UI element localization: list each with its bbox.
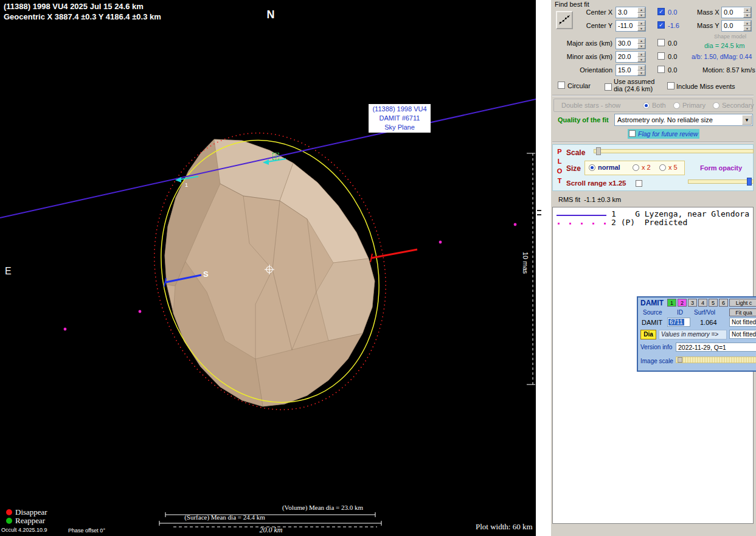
spinner-arrows: ▲▼ bbox=[743, 7, 751, 18]
spin-down-icon[interactable]: ▼ bbox=[637, 13, 645, 18]
gutter-tick bbox=[537, 214, 541, 215]
plot-width-label: Plot width: 60 km bbox=[476, 522, 533, 532]
damit-model-6-button[interactable]: 6 bbox=[719, 299, 728, 307]
mass-y-spinner[interactable]: 0.0 ▲▼ bbox=[721, 20, 752, 32]
size-x2-radio[interactable] bbox=[633, 164, 639, 171]
info-damit: DAMIT #6711 bbox=[370, 114, 429, 123]
major-axis-label: Major axis (km) bbox=[563, 40, 612, 47]
spin-up-icon[interactable]: ▲ bbox=[637, 38, 645, 44]
object-info-box[interactable]: (11388) 1998 VU4 DAMIT #6711 Sky Plane bbox=[369, 104, 431, 133]
double-secondary-radio[interactable] bbox=[713, 102, 720, 109]
mass-x-value: 0.0 bbox=[724, 9, 733, 16]
spin-down-icon[interactable]: ▼ bbox=[743, 13, 751, 18]
spin-up-icon[interactable]: ▲ bbox=[743, 7, 751, 13]
circular-checkbox[interactable] bbox=[558, 82, 565, 89]
gutter-tick bbox=[537, 210, 541, 211]
observation-row[interactable]: 1 G Lyzenga, near Glendora bbox=[611, 209, 749, 218]
marker-1-label: 1 bbox=[185, 182, 188, 188]
spin-up-icon[interactable]: ▲ bbox=[637, 52, 645, 57]
spin-up-icon[interactable]: ▲ bbox=[637, 21, 645, 26]
spin-down-icon[interactable]: ▼ bbox=[637, 26, 645, 32]
spinner-arrows: ▲▼ bbox=[637, 21, 645, 31]
minor-axis-spinner[interactable]: 20.0 ▲▼ bbox=[616, 51, 646, 63]
center-y-spinner[interactable]: -11.0 ▲▼ bbox=[616, 20, 646, 32]
include-miss-checkbox[interactable] bbox=[667, 82, 675, 89]
damit-model-1-button[interactable]: 1 bbox=[667, 299, 676, 307]
damit-model-5-button[interactable]: 5 bbox=[709, 299, 718, 307]
center-x-spinner[interactable]: 3.0 ▲▼ bbox=[616, 7, 646, 18]
orientation-spinner[interactable]: 15.0 ▲▼ bbox=[616, 64, 646, 76]
size-normal-radio[interactable] bbox=[589, 164, 595, 171]
size-x5-radio[interactable] bbox=[659, 164, 666, 171]
double-both-radio[interactable] bbox=[643, 102, 650, 109]
spin-down-icon[interactable]: ▼ bbox=[743, 26, 751, 32]
size-x5-label: x 5 bbox=[668, 164, 678, 171]
major-axis-fit-checkbox[interactable] bbox=[657, 39, 665, 46]
quality-dropdown[interactable]: Astrometry only. No reliable size ▼ bbox=[614, 114, 753, 126]
damit-model-4-button[interactable]: 4 bbox=[698, 299, 707, 307]
north-label: N bbox=[262, 9, 280, 21]
dropdown-arrow-icon[interactable]: ▼ bbox=[742, 115, 752, 125]
damit-fit-status: Not fitted bbox=[729, 318, 756, 327]
double-primary-label: Primary bbox=[682, 102, 706, 109]
spinner-arrows: ▲▼ bbox=[743, 21, 751, 31]
reappear-dot-icon bbox=[6, 518, 12, 524]
spin-down-icon[interactable]: ▼ bbox=[637, 44, 645, 49]
flag-review-checkbox[interactable] bbox=[629, 130, 636, 137]
observation-row[interactable]: 2 (P) Predicted bbox=[611, 218, 687, 227]
damit-surfvol-value: 1.064 bbox=[700, 319, 717, 326]
scroll-range-slider[interactable] bbox=[688, 179, 754, 184]
dia-button[interactable]: Dia bbox=[640, 330, 656, 339]
marker-2-label: 2 bbox=[272, 153, 279, 160]
minor-axis-fit-checkbox[interactable] bbox=[657, 52, 665, 60]
plot-subtitle: Geocentric X 3887.4 ±0.3 Y 4186.4 ±0.3 k… bbox=[4, 12, 161, 21]
center-y-fit-checkbox[interactable]: ✓ bbox=[657, 21, 665, 29]
orientation-label: Orientation bbox=[563, 66, 612, 74]
major-axis-value: 30.0 bbox=[618, 40, 631, 47]
sky-plane-plot[interactable]: (11388) 1998 VU4 2025 Jul 15 24.6 km Geo… bbox=[0, 0, 536, 536]
scroll-range-slider-thumb[interactable] bbox=[747, 178, 752, 186]
center-x-fit-checkbox[interactable]: ✓ bbox=[657, 8, 665, 15]
damit-panel: DAMIT 1 2 3 4 5 6 Light c Source ID Surf… bbox=[637, 296, 756, 372]
use-assumed-label-2: dia (24.6 km) bbox=[614, 85, 653, 92]
scale-slider[interactable] bbox=[594, 149, 754, 153]
memory-fit-status: Not fitted bbox=[729, 330, 756, 339]
damit-col-id: ID bbox=[677, 309, 683, 316]
sky-plane-canvas bbox=[0, 0, 536, 536]
damit-title: DAMIT bbox=[640, 299, 664, 307]
damit-model-2-button[interactable]: 2 bbox=[678, 299, 687, 307]
double-stars-title: Double stars - show bbox=[561, 102, 620, 109]
orientation-fit-checkbox[interactable] bbox=[657, 66, 665, 73]
use-assumed-dia-checkbox[interactable] bbox=[605, 83, 612, 91]
spin-up-icon[interactable]: ▲ bbox=[637, 7, 645, 13]
scale-label: Scale bbox=[566, 148, 585, 157]
dia-result-label: dia = 24.5 km bbox=[704, 42, 744, 49]
spin-up-icon[interactable]: ▲ bbox=[637, 65, 645, 71]
image-scale-slider[interactable] bbox=[676, 357, 756, 363]
separator bbox=[552, 142, 754, 143]
circular-label: Circular bbox=[567, 82, 591, 89]
scroll-range-checkbox[interactable] bbox=[636, 180, 642, 187]
check-icon: ✓ bbox=[658, 9, 664, 15]
damit-id-field[interactable]: 6711 bbox=[667, 318, 690, 327]
plot-title: (11388) 1998 VU4 2025 Jul 15 24.6 km bbox=[4, 2, 144, 11]
damit-model-3-button[interactable]: 3 bbox=[688, 299, 697, 307]
orientation-fit-value: 0.0 bbox=[668, 66, 677, 74]
center-y-label: Center Y bbox=[563, 22, 612, 29]
center-x-value: 3.0 bbox=[618, 9, 627, 16]
ab-ratio-label: a/b: 1.50, dMag: 0.44 bbox=[692, 53, 752, 60]
spin-up-icon[interactable]: ▲ bbox=[743, 21, 751, 26]
image-scale-slider-thumb[interactable] bbox=[678, 357, 682, 363]
spin-down-icon[interactable]: ▼ bbox=[637, 71, 645, 76]
double-primary-radio[interactable] bbox=[673, 102, 680, 109]
info-skyplane: Sky Plane bbox=[370, 123, 429, 132]
light-curve-button[interactable]: Light c bbox=[729, 299, 756, 307]
spin-down-icon[interactable]: ▼ bbox=[637, 57, 645, 63]
major-axis-spinner[interactable]: 30.0 ▲▼ bbox=[616, 38, 646, 49]
scale-slider-thumb[interactable] bbox=[596, 147, 601, 155]
quality-label: Quality of the fit bbox=[558, 116, 609, 124]
mass-x-spinner[interactable]: 0.0 ▲▼ bbox=[721, 7, 752, 18]
use-assumed-label-1: Use assumed bbox=[614, 78, 654, 85]
rms-fit-label: RMS fit -1.1 ±0.3 km bbox=[558, 196, 621, 203]
values-in-memory-note: Values in memory => bbox=[659, 330, 727, 339]
